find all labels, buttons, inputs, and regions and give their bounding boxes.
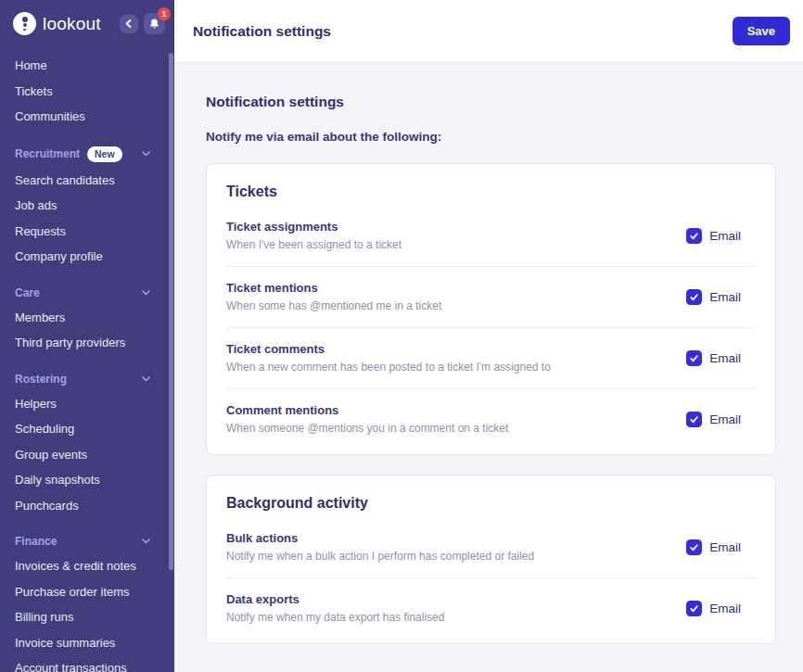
row-description: When someone @mentions you in a comment … [226,422,508,435]
email-label[interactable]: Email [709,412,741,426]
sidebar-item-job-ads[interactable]: Job ads [15,193,150,219]
chevron-down-icon [142,539,150,544]
section-label: Rostering [15,373,67,386]
sidebar-item-communities[interactable]: Communities [15,104,150,130]
sidebar-scrollbar-thumb[interactable] [169,53,173,570]
row-description: When a new comment has been posted to a … [226,361,551,374]
notification-row-ticket-assignments: Ticket assignments When I've been assign… [226,206,756,267]
content-heading: Notification settings [206,94,776,110]
bell-icon [148,18,160,31]
collapse-sidebar-button[interactable] [120,15,138,33]
save-button[interactable]: Save [733,17,790,45]
section-label: Finance [15,535,57,548]
checkbox-checked[interactable] [686,601,702,616]
tickets-card-title: Tickets [226,184,756,200]
sidebar-section-rostering[interactable]: Rostering [15,367,150,391]
checkbox-checked[interactable] [686,539,702,555]
row-title: Comment mentions [226,403,508,417]
page-title: Notification settings [193,23,331,40]
sidebar-item-invoice-summaries[interactable]: Invoice summaries [15,630,150,656]
email-label[interactable]: Email [709,290,741,304]
sidebar-section-care[interactable]: Care [15,281,150,305]
notification-row-data-exports: Data exports Notify me when my data expo… [226,578,756,639]
email-label[interactable]: Email [709,540,741,554]
check-icon [689,603,699,614]
section-label: Recruitment [15,147,80,160]
row-title: Ticket mentions [226,281,441,295]
email-checkbox-ticket-comments[interactable]: Email [686,350,741,366]
sidebar-item-search-candidates[interactable]: Search candidates [15,168,150,194]
sidebar-section-finance[interactable]: Finance [15,529,150,553]
notification-row-ticket-comments: Ticket comments When a new comment has b… [226,328,756,389]
email-checkbox-ticket-assignments[interactable]: Email [686,228,741,244]
main-area: Notification settings Save Notification … [174,0,803,672]
lookout-logo-icon [13,12,36,35]
row-title: Bulk actions [226,531,534,545]
tickets-card: Tickets Ticket assignments When I've bee… [206,163,776,455]
checkbox-checked[interactable] [686,228,702,244]
notifications-button[interactable]: 1 [144,13,165,34]
chevron-left-icon [125,19,133,28]
background-activity-card: Background activity Bulk actions Notify … [206,475,776,644]
notification-row-bulk-actions: Bulk actions Notify me when a bulk actio… [226,517,756,578]
sidebar-item-account-transactions[interactable]: Account transactions [15,655,150,672]
sidebar-nav: Home Tickets Communities Recruitment New… [0,44,174,672]
row-description: When some has @mentioned me in a ticket [226,299,441,312]
chevron-down-icon [142,290,150,296]
page-header: Notification settings Save [174,0,803,63]
new-badge: New [87,146,122,162]
sidebar-item-invoices-credit-notes[interactable]: Invoices & credit notes [15,553,150,579]
sidebar-item-third-party-providers[interactable]: Third party providers [15,330,150,356]
sidebar-item-group-events[interactable]: Group events [15,442,150,468]
row-description: Notify me when a bulk action I perform h… [226,550,534,563]
email-label[interactable]: Email [709,229,741,243]
sidebar-item-punchcards[interactable]: Punchcards [15,493,150,519]
checkbox-checked[interactable] [686,412,702,427]
chevron-down-icon [142,151,150,157]
sidebar-header: lookout 1 [0,0,174,44]
email-checkbox-comment-mentions[interactable]: Email [686,412,741,427]
sidebar-item-purchase-order-items[interactable]: Purchase order items [15,579,150,605]
check-icon [689,353,699,363]
row-title: Ticket comments [226,342,551,356]
row-title: Ticket assignments [226,220,402,234]
check-icon [689,414,699,425]
checkbox-checked[interactable] [686,350,702,366]
check-icon [689,542,699,552]
check-icon [689,292,699,302]
lookout-logo-text: lookout [43,14,101,34]
sidebar-item-helpers[interactable]: Helpers [15,391,150,417]
check-icon [689,231,699,241]
sidebar-item-requests[interactable]: Requests [15,219,150,245]
email-label[interactable]: Email [709,602,741,615]
sidebar-item-daily-snapshots[interactable]: Daily snapshots [15,467,150,493]
sidebar-item-scheduling[interactable]: Scheduling [15,416,150,442]
email-checkbox-bulk-actions[interactable]: Email [686,539,741,555]
notification-count-badge: 1 [158,7,171,20]
sidebar-item-billing-runs[interactable]: Billing runs [15,604,150,630]
chevron-down-icon [142,376,150,382]
content-subheading: Notify me via email about the following: [206,130,776,144]
row-description: Notify me when my data export has finali… [226,611,444,624]
email-checkbox-data-exports[interactable]: Email [686,601,741,616]
row-description: When I've been assigned to a ticket [226,238,402,251]
section-label: Care [15,286,40,299]
sidebar-item-members[interactable]: Members [15,305,150,331]
email-checkbox-ticket-mentions[interactable]: Email [686,289,741,305]
sidebar: lookout 1 Home Tickets Communities Recru… [0,0,174,672]
sidebar-item-home[interactable]: Home [15,53,150,79]
email-label[interactable]: Email [709,351,741,365]
content-area: Notification settings Notify me via emai… [174,63,803,672]
row-title: Data exports [226,592,444,606]
lookout-logo: lookout [13,12,101,35]
checkbox-checked[interactable] [686,289,702,305]
background-activity-card-title: Background activity [226,495,756,512]
notification-row-comment-mentions: Comment mentions When someone @mentions … [226,389,756,450]
sidebar-item-company-profile[interactable]: Company profile [15,244,150,270]
notification-row-ticket-mentions: Ticket mentions When some has @mentioned… [226,267,756,328]
sidebar-section-recruitment[interactable]: Recruitment New [15,141,150,168]
sidebar-item-tickets[interactable]: Tickets [15,79,150,105]
